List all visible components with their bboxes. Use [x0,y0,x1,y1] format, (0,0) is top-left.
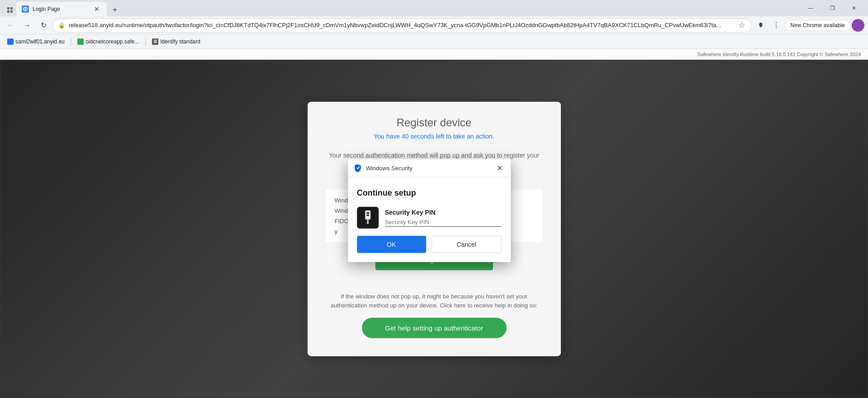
reload-button[interactable]: ↻ [36,18,51,33]
security-key-icon [357,206,379,228]
info-bar-text: Safewhere Identify Runtime build 5.18.0.… [697,52,861,57]
active-tab[interactable]: Login Page ✕ [16,2,107,16]
info-bar: Safewhere Identify Runtime build 5.18.0.… [0,49,868,60]
bookmarks-bar: saml2wif01.anyid.eu | oidcnetcoreapp.saf… [0,34,868,49]
bookmark-favicon-1 [77,38,84,45]
forward-button[interactable]: → [20,18,34,33]
close-button[interactable]: ✕ [844,1,864,15]
svg-rect-3 [10,10,13,13]
url-text: release518.anyid.eu/runtime/otpauth/twof… [69,22,734,29]
toolbar-right: ⋮ New Chrome available [754,18,864,33]
title-bar: Login Page ✕ + — ❐ ✕ [0,0,868,16]
help-button[interactable]: Get help setting up authenticator [362,318,507,338]
security-key-details: Security Key PIN [385,208,502,226]
bookmarks-divider-2: | [145,37,147,46]
dialog-continue-title: Continue setup [357,188,502,197]
svg-rect-7 [154,43,157,43]
nav-bar: ← → ↻ 🔒 release518.anyid.eu/runtime/otpa… [0,16,868,34]
bookmarks-divider: | [70,37,72,46]
lock-icon: 🔒 [58,22,65,29]
menu-button[interactable]: ⋮ [769,18,783,33]
dialog-header-title: Windows Security [366,164,491,171]
bookmark-label-1: oidcnetcoreapp.safe... [85,38,139,45]
bookmark-item-1[interactable]: oidcnetcoreapp.safe... [74,37,142,47]
new-chrome-badge[interactable]: New Chrome available [784,20,851,31]
dialog-body: Continue setup Security Key PI [348,177,511,262]
tab-bar: Login Page ✕ + [4,0,798,16]
svg-rect-0 [7,7,9,10]
windows-security-icon [353,163,362,173]
register-timer: You have 40 seconds left to take an acti… [326,132,543,139]
extensions-button[interactable] [754,18,768,33]
svg-rect-9 [366,212,369,213]
window-controls: — ❐ ✕ [800,1,864,15]
page-content: Register device You have 40 seconds left… [0,60,868,398]
help-text: If the window does not pop up, it might … [326,292,543,311]
restore-button[interactable]: ❐ [822,1,843,15]
dialog-close-button[interactable]: ✕ [494,163,505,173]
help-btn-container: Get help setting up authenticator [326,318,543,338]
tab-favicon [22,5,29,13]
bookmark-favicon-2 [152,38,158,45]
tab-close-button[interactable]: ✕ [92,5,101,14]
security-key-label: Security Key PIN [385,208,502,216]
dialog-actions: OK Cancel [357,235,502,253]
register-title: Register device [326,116,543,129]
svg-rect-5 [154,40,157,41]
new-tab-button[interactable]: + [109,4,121,16]
cancel-button[interactable]: Cancel [432,235,502,253]
tab-group-button[interactable] [4,4,16,16]
svg-rect-1 [10,7,13,10]
security-key-row: Security Key PIN [357,206,502,228]
bookmark-label-0: saml2wif01.anyid.eu [15,38,65,45]
bookmark-favicon-0 [7,38,14,45]
svg-rect-6 [154,41,157,42]
bookmark-star-button[interactable]: ☆ [738,20,746,30]
bookmark-item-0[interactable]: saml2wif01.anyid.eu [4,37,68,47]
bookmark-label-2: Identify standard [160,38,200,45]
ok-button[interactable]: OK [357,235,426,253]
windows-security-dialog: Windows Security ✕ Continue setup [348,159,511,262]
bookmark-item-2[interactable]: Identify standard [148,37,204,47]
svg-rect-2 [7,10,9,13]
browser-frame: Login Page ✕ + — ❐ ✕ ← → ↻ 🔒 release518.… [0,0,868,398]
dialog-header: Windows Security ✕ [348,159,511,177]
svg-point-12 [367,222,369,224]
back-button[interactable]: ← [4,18,18,33]
security-key-pin-input[interactable] [385,217,502,226]
svg-rect-10 [366,214,369,216]
tab-title: Login Page [33,6,89,12]
profile-button[interactable] [852,19,864,32]
minimize-button[interactable]: — [800,1,821,15]
address-bar[interactable]: 🔒 release518.anyid.eu/runtime/otpauth/tw… [52,18,752,33]
